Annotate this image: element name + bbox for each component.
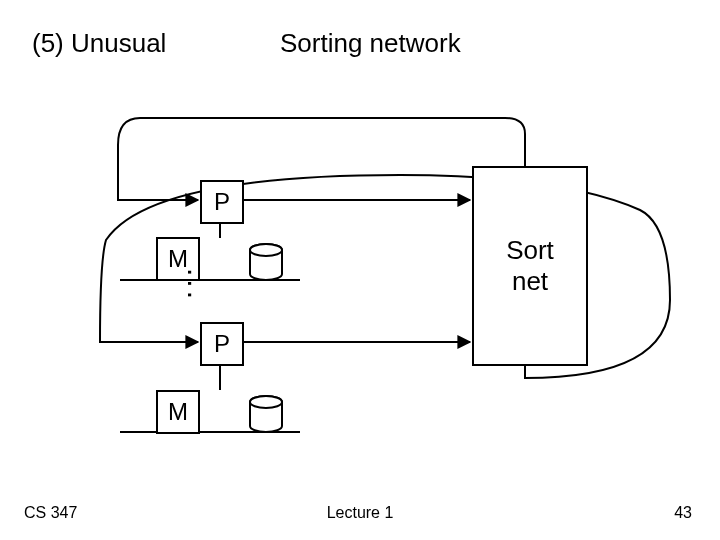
footer-page-number: 43 xyxy=(674,504,692,522)
vertical-ellipsis: ... xyxy=(181,268,215,302)
svg-point-5 xyxy=(250,244,282,256)
footer-lecture: Lecture 1 xyxy=(327,504,394,522)
svg-point-9 xyxy=(250,396,282,408)
svg-point-8 xyxy=(250,396,282,408)
footer-course: CS 347 xyxy=(24,504,77,522)
diagram-connectors xyxy=(0,0,720,540)
sort-net-label-line1: Sort xyxy=(506,235,554,266)
memory-box-2: M xyxy=(156,390,200,434)
processor-box-1: P xyxy=(200,180,244,224)
slide-title-left: (5) Unusual xyxy=(32,28,166,59)
disk-icon xyxy=(250,396,282,432)
svg-point-4 xyxy=(250,244,282,256)
slide-title-right: Sorting network xyxy=(280,28,461,59)
sort-net-label-line2: net xyxy=(512,266,548,297)
sort-net-box: Sort net xyxy=(472,166,588,366)
disk-icon xyxy=(250,244,282,280)
processor-box-2: P xyxy=(200,322,244,366)
